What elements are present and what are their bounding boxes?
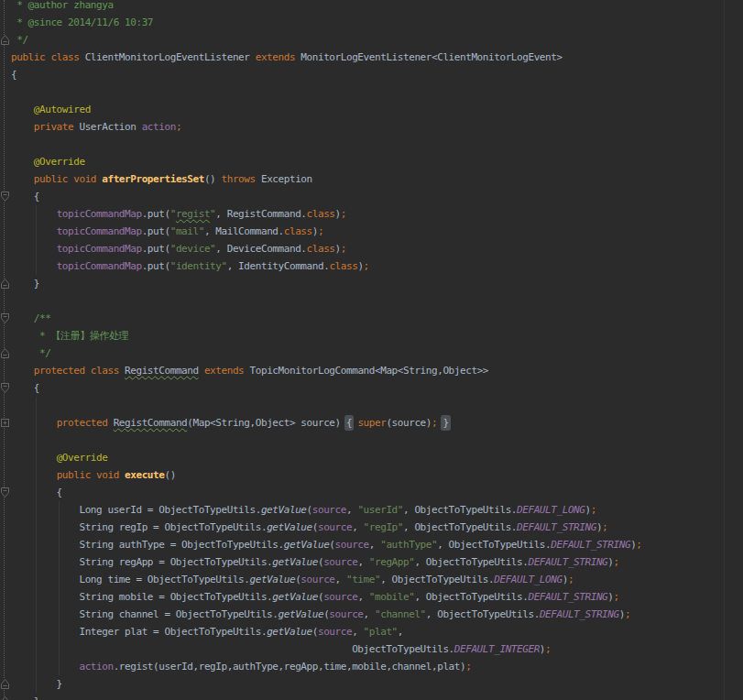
code-line: */	[11, 31, 743, 49]
code-line	[11, 292, 743, 310]
code-line: topicCommandMap.put("identity", Identity…	[11, 257, 743, 275]
code-line: private UserAction action;	[11, 118, 743, 136]
code-line	[11, 397, 743, 414]
code-line: @Autowired	[11, 101, 743, 118]
code-line: ObjectToTypeUtils.DEFAULT_INTEGER);	[11, 640, 743, 658]
fold-start-icon[interactable]	[1, 487, 9, 498]
code-line: Long time = ObjectToTypeUtils.getValue(s…	[11, 571, 743, 588]
code-line: Long userId = ObjectToTypeUtils.getValue…	[11, 501, 743, 519]
code-line: action.regist(userId,regIp,authType,regA…	[11, 658, 743, 675]
code-line: String channel = ObjectToTypeUtils.getVa…	[11, 606, 743, 623]
fold-collapsed-plus-icon[interactable]	[1, 418, 9, 428]
code-line: }	[11, 693, 743, 700]
fold-end-icon[interactable]	[1, 679, 9, 689]
fold-end-icon[interactable]	[1, 35, 9, 45]
code-line: protected RegistCommand(Map<String,Objec…	[11, 414, 743, 432]
code-line: topicCommandMap.put("mail", MailCommand.…	[11, 223, 743, 240]
code-line: }	[11, 275, 743, 292]
code-line: {	[11, 484, 743, 501]
code-line: String regIp = ObjectToTypeUtils.getValu…	[11, 519, 743, 536]
fold-end-icon[interactable]	[1, 279, 9, 289]
code-line: }	[11, 675, 743, 693]
code-area: * @author zhangya * @since 2014/11/6 10:…	[11, 0, 743, 700]
fold-end-icon[interactable]	[1, 696, 9, 700]
code-editor[interactable]: * @author zhangya * @since 2014/11/6 10:…	[0, 0, 743, 700]
code-line	[11, 83, 743, 101]
code-line: /**	[11, 310, 743, 327]
code-line: * @author zhangya	[11, 0, 743, 14]
code-line	[11, 432, 743, 449]
code-line: {	[11, 379, 743, 397]
code-line: String regApp = ObjectToTypeUtils.getVal…	[11, 553, 743, 571]
code-line: {	[11, 188, 743, 205]
code-line: @Override	[11, 153, 743, 170]
code-line: public class ClientMonitorLogEventListen…	[11, 49, 743, 66]
code-line: topicCommandMap.put("regist", RegistComm…	[11, 205, 743, 223]
code-line: public void afterPropertiesSet() throws …	[11, 170, 743, 188]
code-line: protected class RegistCommand extends To…	[11, 362, 743, 379]
code-line: * 【注册】操作处理	[11, 327, 743, 345]
code-line: public void execute()	[11, 466, 743, 484]
fold-start-icon[interactable]	[1, 383, 9, 393]
code-line: String mobile = ObjectToTypeUtils.getVal…	[11, 588, 743, 606]
fold-start-icon[interactable]	[1, 191, 9, 202]
code-line: topicCommandMap.put("device", DeviceComm…	[11, 240, 743, 257]
code-line: String authType = ObjectToTypeUtils.getV…	[11, 536, 743, 553]
fold-end-icon[interactable]	[1, 348, 9, 358]
code-line: @Override	[11, 449, 743, 466]
code-line: */	[11, 345, 743, 362]
code-line: {	[11, 66, 743, 83]
fold-start-icon[interactable]	[1, 313, 9, 323]
code-line	[11, 136, 743, 153]
code-line: Integer plat = ObjectToTypeUtils.getValu…	[11, 623, 743, 640]
code-line: * @since 2014/11/6 10:37	[11, 14, 743, 31]
